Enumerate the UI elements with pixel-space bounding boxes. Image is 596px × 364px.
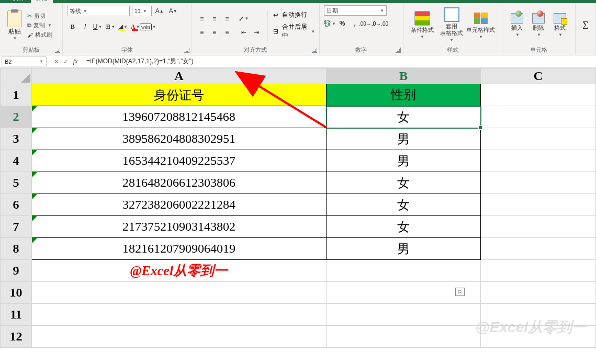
merge-button[interactable]: ⊟ 合并后居中▼ (273, 22, 315, 40)
cell-B1[interactable]: 性别 (327, 84, 481, 106)
cell-A8[interactable]: 182161207909064019 (32, 238, 327, 260)
paste-button[interactable]: 粘贴 ▼ (4, 10, 25, 41)
border-button[interactable]: ⊞▼ (105, 21, 116, 32)
font-color-button[interactable]: A▼ (130, 21, 141, 32)
row-header-11[interactable]: 11 (1, 304, 32, 326)
decrease-decimal-button[interactable]: .0→.00 (374, 18, 386, 29)
cell-A3[interactable]: 389586204808302951 (32, 128, 327, 150)
cell-B5[interactable]: 女 (327, 172, 481, 194)
font-dialog-launcher[interactable] (184, 48, 189, 53)
number-format-combo[interactable]: 日期▼ (324, 5, 387, 16)
align-left-button[interactable]: ≡ (196, 27, 208, 38)
insert-button[interactable]: 插入▼ (507, 13, 528, 38)
clipboard-dialog-launcher[interactable] (55, 48, 60, 53)
format-painter-button[interactable]: 🖌格式刷 (27, 31, 52, 39)
font-name-combo[interactable]: 等线▼ (67, 6, 130, 16)
align-dialog-launcher[interactable] (312, 48, 317, 53)
percent-button[interactable]: % (336, 18, 348, 29)
align-center-button[interactable]: ≡ (209, 27, 220, 38)
cell-B8[interactable]: 男 (327, 238, 481, 260)
cell-C2[interactable] (481, 106, 596, 128)
cell-C9[interactable] (481, 260, 596, 282)
cell-B3[interactable]: 男 (327, 128, 481, 150)
italic-button[interactable]: I (80, 21, 91, 32)
row-header-8[interactable]: 8 (1, 238, 32, 260)
cell-C6[interactable] (481, 194, 596, 216)
copy-button[interactable]: ⧉复制▼ (27, 21, 52, 29)
accounting-button[interactable]: 💱▼ (324, 18, 335, 29)
cell-B4[interactable]: 男 (327, 150, 481, 172)
format-as-table-button[interactable]: 套用 表格格式▼ (437, 7, 466, 43)
wrap-text-button[interactable]: ↩ 自动换行 (273, 10, 315, 19)
align-bottom-button[interactable]: ≡ (221, 13, 233, 25)
increase-font-button[interactable]: A▲ (154, 5, 165, 17)
increase-indent-button[interactable]: ⇥ (251, 27, 262, 38)
autosum-button[interactable]: Σ (580, 20, 591, 31)
cell-A11[interactable] (32, 304, 327, 326)
row-header-7[interactable]: 7 (1, 216, 32, 238)
row-header-10[interactable]: 10 (1, 282, 32, 304)
autofill-options-icon[interactable]: ⎘ (455, 288, 465, 296)
cell-A12[interactable] (32, 326, 327, 348)
cell-A2[interactable]: 139607208812145468 (32, 106, 327, 128)
conditional-format-button[interactable]: 条件格式▼ (408, 11, 437, 40)
fill-color-button[interactable]: ◢▼ (117, 21, 129, 32)
col-header-C[interactable]: C (481, 69, 596, 84)
col-header-A[interactable]: A (32, 69, 327, 84)
cell-C1[interactable] (481, 84, 596, 106)
font-size-combo[interactable]: 11▼ (132, 6, 152, 16)
row-header-4[interactable]: 4 (1, 150, 32, 172)
cell-C3[interactable] (481, 128, 596, 150)
cell-B6[interactable]: 女 (327, 194, 481, 216)
decrease-font-button[interactable]: A▼ (167, 5, 179, 17)
cell-A1[interactable]: 身份证号 (32, 84, 327, 106)
select-all-corner[interactable] (1, 69, 32, 84)
cell-A7[interactable]: 217375210903143802 (32, 216, 327, 238)
cell-B12[interactable] (327, 326, 481, 348)
row-header-12[interactable]: 12 (1, 326, 32, 348)
decrease-indent-button[interactable]: ⇤ (238, 27, 250, 38)
cancel-formula-button[interactable]: ✕ (52, 58, 61, 65)
cell-B7[interactable]: 女 (327, 216, 481, 238)
cell-styles-button[interactable]: 单元格样式▼ (466, 11, 496, 40)
error-indicator-icon (32, 150, 37, 155)
name-box[interactable]: B2▼ (2, 56, 47, 66)
row-header-1[interactable]: 1 (1, 84, 32, 106)
row-header-6[interactable]: 6 (1, 194, 32, 216)
cell-A6[interactable]: 327238206002221284 (32, 194, 327, 216)
cut-button[interactable]: ✂剪切 (27, 12, 52, 20)
delete-button[interactable]: 删除▼ (528, 13, 549, 38)
cell-A5[interactable]: 281648206612303806 (32, 172, 327, 194)
align-middle-button[interactable]: ≡ (209, 13, 220, 25)
underline-button[interactable]: U▼ (92, 21, 104, 32)
cell-B11[interactable] (327, 304, 481, 326)
cell-C8[interactable] (481, 238, 596, 260)
col-header-B[interactable]: B (327, 69, 481, 84)
bold-button[interactable]: B (67, 21, 78, 32)
formula-input[interactable]: =IF(MOD(MID(A2,17,1),2)=1,"男","女") (84, 55, 596, 67)
cell-A3-value: 389586204808302951 (122, 132, 235, 145)
format-button[interactable]: 格式▼ (549, 13, 571, 38)
fx-button[interactable]: fx (71, 58, 80, 65)
cell-C5[interactable] (481, 172, 596, 194)
spreadsheet-grid[interactable]: A B C 1 身份证号 性别 2 139607208812145468 女 3… (0, 68, 596, 348)
enter-formula-button[interactable]: ✓ (62, 58, 70, 65)
row-header-9[interactable]: 9 (1, 260, 32, 282)
cell-B9[interactable] (327, 260, 481, 282)
align-top-button[interactable]: ≡ (196, 13, 208, 25)
orientation-button[interactable]: ⤢▼ (238, 13, 250, 25)
cell-C7[interactable] (481, 216, 596, 238)
phonetic-button[interactable]: wén▼ (142, 21, 154, 32)
formula-bar: B2▼ ✕ ✓ fx =IF(MOD(MID(A2,17,1),2)=1,"男"… (0, 55, 596, 68)
align-right-button[interactable]: ≡ (221, 27, 233, 38)
row-header-5[interactable]: 5 (1, 172, 32, 194)
cell-A9[interactable]: @Excel从零到一 (32, 260, 327, 282)
row-header-3[interactable]: 3 (1, 128, 32, 150)
cell-C10[interactable] (481, 282, 596, 304)
cell-A10[interactable] (32, 282, 327, 304)
cell-C4[interactable] (481, 150, 596, 172)
number-dialog-launcher[interactable] (396, 48, 401, 53)
row-header-2[interactable]: 2 (1, 106, 32, 128)
cell-A4[interactable]: 165344210409225537 (32, 150, 327, 172)
cell-B2[interactable]: 女 (327, 106, 481, 128)
